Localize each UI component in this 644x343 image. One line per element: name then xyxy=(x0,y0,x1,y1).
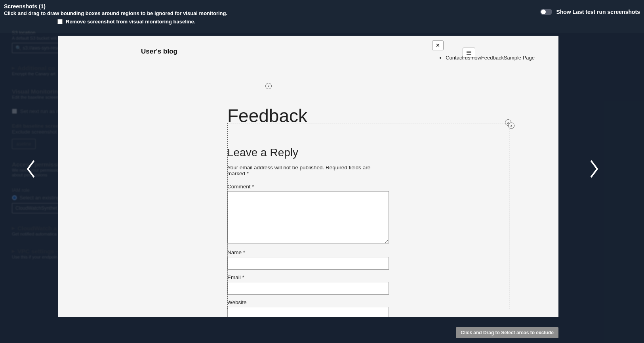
blog-nav-links: Contact us nowFeedbackSample Page xyxy=(446,55,535,61)
screenshot-canvas[interactable]: ✕ User's blog Contact us nowFeedbackSamp… xyxy=(58,36,558,317)
show-last-run-toggle[interactable] xyxy=(540,9,552,15)
previous-screenshot-button[interactable] xyxy=(25,159,37,181)
remove-screenshot-label: Remove screenshot from visual monitoring… xyxy=(66,19,195,25)
topbar-left: Screenshots (1) Click and drag to draw b… xyxy=(4,3,227,25)
topbar-right: Show Last test run screenshots xyxy=(540,3,640,15)
nav-sample-link[interactable]: Sample Page xyxy=(504,55,535,61)
next-screenshot-button[interactable] xyxy=(588,159,600,181)
chevron-right-icon xyxy=(588,159,600,179)
blog-site-title: User's blog xyxy=(141,48,463,56)
show-last-run-label: Show Last test run screenshots xyxy=(556,9,640,15)
editor-topbar: Screenshots (1) Click and drag to draw b… xyxy=(0,0,644,28)
loading-indicator: x xyxy=(58,82,519,89)
nav-feedback-link[interactable]: Feedback xyxy=(481,55,504,61)
chevron-left-icon xyxy=(25,159,37,179)
drag-hint-tooltip: Click and Drag to Select areas to exclud… xyxy=(456,327,558,338)
remove-screenshot-row: Remove screenshot from visual monitoring… xyxy=(4,19,227,25)
screenshots-instructions: Click and drag to draw bounding boxes ar… xyxy=(4,10,227,16)
exclusion-region[interactable]: x x xyxy=(227,123,509,309)
nav-contact-link[interactable]: Contact us now xyxy=(446,55,481,61)
exclusion-resize-handle[interactable]: x xyxy=(508,123,514,129)
remove-screenshot-checkbox[interactable] xyxy=(57,19,63,24)
screenshots-count-title: Screenshots (1) xyxy=(4,3,227,10)
spinner-badge-icon: x xyxy=(265,83,272,89)
